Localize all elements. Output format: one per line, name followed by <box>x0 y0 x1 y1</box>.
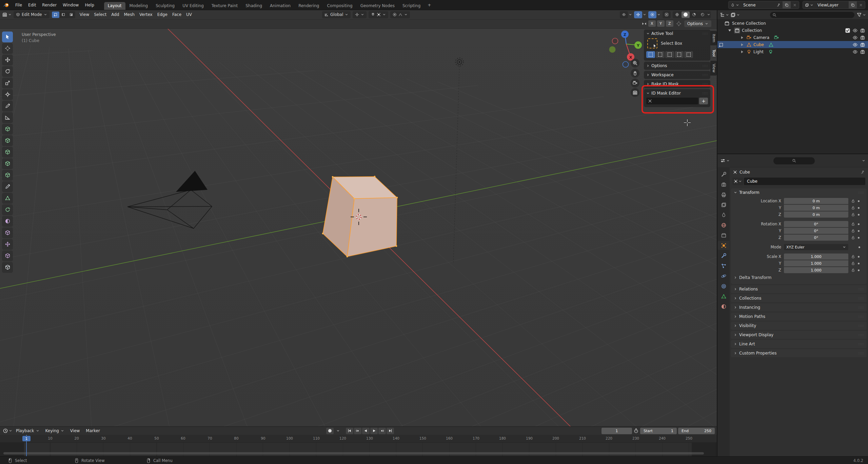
lock-icon[interactable] <box>851 268 855 272</box>
panel-grip[interactable]: :::: <box>859 351 864 355</box>
outliner-row-scene-collection[interactable]: Scene Collection <box>717 20 868 27</box>
tool-button-select-box[interactable] <box>2 32 13 42</box>
tool-button-loop-cut[interactable] <box>2 170 13 181</box>
expand-arrow-icon[interactable] <box>741 43 743 46</box>
panel-grip[interactable]: :::: <box>703 82 708 86</box>
panel-grip[interactable]: :::: <box>859 297 864 300</box>
viewport-menu-item[interactable]: Edge <box>155 11 170 18</box>
edge-select-button[interactable] <box>60 12 67 18</box>
lock-icon[interactable] <box>851 261 855 265</box>
sidebar-tab[interactable]: Item <box>710 31 717 45</box>
properties-tab-view-layer[interactable] <box>718 200 729 209</box>
pin-icon[interactable] <box>861 170 865 174</box>
animate-dot[interactable] <box>858 269 860 271</box>
vertex-select-button[interactable] <box>52 12 59 18</box>
gizmos-toggle[interactable] <box>634 11 642 18</box>
workspace-tab[interactable]: Animation <box>266 2 294 10</box>
tool-button-smooth[interactable] <box>2 216 13 227</box>
tool-button-extrude-region[interactable] <box>2 135 13 146</box>
collapsed-panel-header[interactable]: Viewport Display :::: <box>731 331 867 339</box>
outliner-editor-type-button[interactable] <box>719 12 729 18</box>
viewport-menu-item[interactable]: Mesh <box>122 11 137 18</box>
scene-browse-button[interactable] <box>729 1 741 8</box>
rotation-y-field[interactable]: 0° <box>784 228 848 234</box>
panel-grip[interactable]: :::: <box>703 73 708 77</box>
playback-menu[interactable]: Playback <box>14 428 42 434</box>
tool-button-rotate[interactable] <box>2 66 13 77</box>
panel-grip[interactable]: :::: <box>703 64 708 67</box>
tool-button-spin[interactable] <box>2 204 13 215</box>
new-scene-button[interactable] <box>783 1 791 8</box>
location-y-field[interactable]: 0 m <box>784 205 848 211</box>
tool-button-cursor[interactable] <box>2 43 13 54</box>
expand-arrow-icon[interactable] <box>741 51 743 53</box>
select-set-button[interactable] <box>646 51 655 58</box>
workspace-tab[interactable]: Modeling <box>126 2 152 10</box>
gizmo-neg-y[interactable] <box>609 46 616 53</box>
animate-dot[interactable] <box>858 237 860 239</box>
keying-set-dropdown[interactable] <box>334 428 342 434</box>
breadcrumb-object-name[interactable]: Cube <box>739 170 750 175</box>
lock-icon[interactable] <box>851 255 855 259</box>
tool-button-move[interactable] <box>2 55 13 65</box>
lock-icon[interactable] <box>851 229 855 233</box>
hide-eye-icon[interactable] <box>852 35 858 40</box>
viewlayer-browse-button[interactable] <box>803 1 815 8</box>
select-invert-button[interactable] <box>675 51 684 58</box>
collapsed-panel-header[interactable]: Relations :::: <box>731 285 867 293</box>
tool-button-poly-build[interactable] <box>2 193 13 204</box>
play-button[interactable] <box>370 428 378 434</box>
properties-tab-output[interactable] <box>718 190 729 199</box>
pin-scene-button[interactable] <box>774 1 783 8</box>
collapsed-panel-header[interactable]: Motion Paths :::: <box>731 312 867 321</box>
panel-grip[interactable]: :::: <box>859 287 864 291</box>
properties-tab-tool[interactable] <box>718 170 729 179</box>
wireframe-shading-button[interactable] <box>673 12 681 18</box>
gizmo-neg-x[interactable] <box>612 38 618 44</box>
rotation-x-field[interactable]: 0° <box>784 221 848 227</box>
tool-button-edge-slide[interactable] <box>2 227 13 238</box>
transform-panel-header[interactable]: Transform :::: <box>731 188 867 197</box>
tool-button-transform[interactable] <box>2 89 13 100</box>
animate-dot[interactable] <box>858 200 860 202</box>
stopwatch-icon[interactable] <box>633 428 639 433</box>
tool-button-shrink-fatten[interactable] <box>2 239 13 250</box>
cube-object[interactable] <box>322 176 398 257</box>
perspective-toggle-button[interactable] <box>631 88 639 97</box>
timeline-ruler[interactable]: 1020304050607080901001101201301401501601… <box>0 435 717 443</box>
previous-keyframe-button[interactable] <box>354 428 361 434</box>
id-mask-add-button[interactable]: + <box>699 98 708 104</box>
properties-editor-type-button[interactable] <box>720 158 730 163</box>
outliner-search-input[interactable] <box>770 12 854 18</box>
display-mode-dropdown[interactable] <box>730 12 740 18</box>
animate-dot[interactable] <box>858 223 860 225</box>
lock-icon[interactable] <box>851 236 855 240</box>
panel-grip[interactable]: :::: <box>859 324 864 327</box>
panel-grip[interactable]: :::: <box>859 306 864 309</box>
location-x-field[interactable]: 0 m <box>784 198 848 204</box>
panel-grip[interactable]: :::: <box>859 333 864 337</box>
properties-tab-physics[interactable] <box>718 271 729 280</box>
workspace-tab[interactable]: Shading <box>242 2 266 10</box>
viewport-menu-item[interactable]: UV <box>184 11 194 18</box>
tool-button-rip-region[interactable] <box>2 262 13 273</box>
app-menu-item[interactable]: Render <box>39 2 60 8</box>
timeline-tracks[interactable] <box>0 443 717 456</box>
view-menu[interactable]: View <box>68 428 82 434</box>
hide-eye-icon[interactable] <box>852 49 858 55</box>
workspace-tab[interactable]: Sculpting <box>152 2 178 10</box>
workspace-tab[interactable]: Texture Paint <box>208 2 241 10</box>
tool-button-annotate[interactable] <box>2 101 13 112</box>
gizmo-neg-z[interactable] <box>623 61 629 67</box>
mode-dropdown[interactable]: Edit Mode <box>14 11 50 18</box>
properties-tab-data[interactable] <box>718 292 729 301</box>
jump-to-end-button[interactable] <box>387 428 394 434</box>
workspace-tab[interactable]: UV Editing <box>179 2 208 10</box>
outliner-row-collection[interactable]: Collection <box>717 27 868 34</box>
hide-eye-icon[interactable] <box>852 28 858 33</box>
face-select-button[interactable] <box>67 12 75 18</box>
tool-button-shear[interactable] <box>2 250 13 261</box>
camera-view-button[interactable] <box>631 79 639 87</box>
options-panel-header[interactable]: Options:::: <box>644 62 710 69</box>
app-menu-item[interactable]: File <box>12 2 25 8</box>
